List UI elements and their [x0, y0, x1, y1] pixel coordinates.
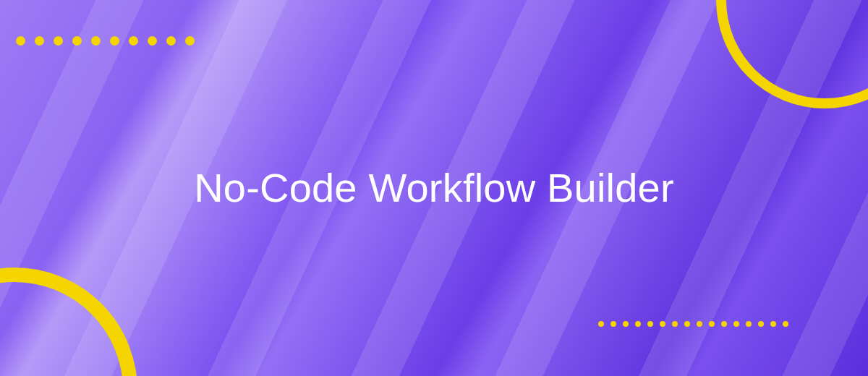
- dot-icon: [733, 321, 739, 327]
- dot-icon: [672, 321, 678, 327]
- dot-icon: [647, 321, 653, 327]
- dot-icon: [129, 36, 138, 46]
- dot-icon: [148, 36, 157, 46]
- dot-icon: [110, 36, 119, 46]
- dot-icon: [54, 36, 63, 46]
- dot-icon: [721, 321, 727, 327]
- dot-icon: [16, 36, 25, 46]
- hero-title: No-Code Workflow Builder: [181, 163, 687, 212]
- dot-icon: [746, 321, 752, 327]
- dot-icon: [610, 321, 616, 327]
- dots-row-bottom: [598, 321, 788, 327]
- dots-row-top: [16, 36, 195, 46]
- dot-icon: [35, 36, 44, 46]
- dot-icon: [697, 321, 702, 327]
- dot-icon: [623, 321, 629, 327]
- dot-icon: [166, 36, 176, 46]
- dot-icon: [709, 321, 715, 327]
- hero-banner: No-Code Workflow Builder: [0, 0, 868, 376]
- dot-icon: [783, 321, 788, 327]
- dot-icon: [598, 321, 604, 327]
- dot-icon: [770, 321, 776, 327]
- dot-icon: [185, 36, 195, 46]
- dot-icon: [635, 321, 641, 327]
- dot-icon: [758, 321, 764, 327]
- dot-icon: [91, 36, 101, 46]
- dot-icon: [660, 321, 665, 327]
- dot-icon: [684, 321, 690, 327]
- dot-icon: [72, 36, 82, 46]
